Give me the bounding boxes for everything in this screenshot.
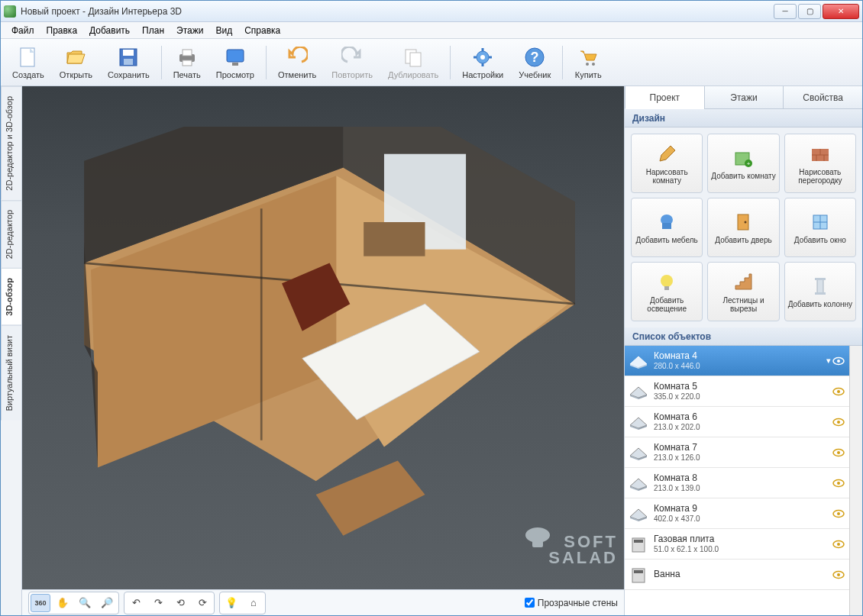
object-row[interactable]: Комната 9402.0 x 437.0 (625, 498, 849, 529)
tile-add-window[interactable]: Добавить окно (784, 198, 856, 257)
undo-icon (285, 45, 309, 69)
help-button[interactable]: ? Учебник (512, 43, 558, 82)
svg-rect-35 (532, 540, 543, 547)
visibility-eye-icon[interactable] (832, 477, 845, 489)
tab-2d-3d[interactable]: 2D-редактор и 3D-обзор (1, 86, 21, 200)
visibility-eye-icon[interactable] (832, 508, 845, 520)
3d-canvas[interactable]: SOFT SALAD (22, 86, 624, 589)
tab-3d-view[interactable]: 3D-обзор (1, 268, 21, 325)
tool-rotate-right[interactable]: ↷ (148, 594, 168, 612)
visibility-eye-icon[interactable] (832, 447, 845, 459)
object-row[interactable]: Комната 5335.0 x 220.0 (625, 376, 849, 407)
open-button[interactable]: Открыть (53, 43, 99, 82)
settings-button[interactable]: Настройки (455, 43, 510, 82)
stairs-icon (732, 271, 755, 294)
box-icon (628, 411, 649, 433)
watermark: SOFT SALAD (519, 524, 618, 566)
object-name: Комната 7 (654, 442, 828, 453)
svg-rect-91 (634, 570, 643, 573)
svg-point-70 (837, 421, 840, 424)
object-row[interactable]: Комната 7213.0 x 126.0 (625, 437, 849, 468)
menubar: Файл Правка Добавить План Этажи Вид Спра… (1, 22, 862, 39)
svg-rect-3 (124, 59, 133, 65)
object-row[interactable]: Комната 8213.0 x 139.0 (625, 468, 849, 498)
undo-button[interactable]: Отменить (271, 43, 323, 82)
tab-project[interactable]: Проект (625, 86, 704, 109)
tool-home[interactable]: ⌂ (244, 594, 263, 612)
svg-point-93 (837, 573, 840, 576)
menu-add[interactable]: Добавить (83, 24, 136, 37)
tile-add-room[interactable]: +Добавить комнату (707, 134, 779, 193)
tool-360[interactable]: 360 (31, 594, 50, 612)
tile-add-furniture[interactable]: Добавить мебель (631, 198, 703, 257)
room-plus-icon: + (732, 147, 755, 169)
box-icon (628, 503, 649, 524)
tab-floors[interactable]: Этажи (704, 86, 784, 109)
scrollbar[interactable] (849, 346, 862, 615)
tool-light[interactable]: 💡 (221, 594, 241, 612)
save-button[interactable]: Сохранить (101, 43, 157, 82)
new-button[interactable]: Создать (5, 43, 51, 82)
menu-view[interactable]: Вид (209, 24, 238, 37)
tool-pan[interactable]: ✋ (53, 594, 73, 612)
transparent-walls-checkbox[interactable] (525, 598, 535, 608)
object-row[interactable]: Комната 4280.0 x 446.0▾ (625, 346, 849, 376)
object-dimensions: 213.0 x 126.0 (654, 453, 828, 463)
box-icon (628, 442, 649, 463)
duplicate-button[interactable]: Дублировать (381, 43, 445, 82)
objects-header: Список объектов (625, 327, 862, 346)
menu-edit[interactable]: Правка (40, 24, 84, 37)
tool-tilt-down[interactable]: ⟳ (192, 594, 212, 612)
tile-add-door[interactable]: Добавить дверь (707, 198, 779, 257)
tool-zoom-in[interactable]: 🔍 (75, 594, 95, 612)
svg-point-75 (837, 451, 840, 454)
tile-draw-partition[interactable]: Нарисовать перегородку (784, 134, 856, 193)
object-row[interactable]: Комната 6213.0 x 202.0 (625, 407, 849, 437)
tile-add-column[interactable]: Добавить колонну (784, 262, 856, 321)
visibility-eye-icon[interactable] (832, 355, 845, 367)
svg-point-60 (837, 360, 840, 363)
tile-add-lighting[interactable]: Добавить освещение (631, 262, 703, 321)
redo-button[interactable]: Повторить (325, 43, 380, 82)
design-header: Дизайн (625, 109, 862, 127)
menu-help[interactable]: Справка (238, 24, 286, 37)
buy-button[interactable]: Купить (567, 43, 609, 82)
tool-zoom-out[interactable]: 🔎 (97, 594, 117, 612)
separator (161, 46, 162, 79)
box-icon (628, 534, 649, 555)
preview-button[interactable]: Просмотр (209, 43, 261, 82)
menu-floors[interactable]: Этажи (170, 24, 209, 37)
object-name: Комната 9 (654, 503, 828, 514)
svg-point-65 (837, 390, 840, 393)
tab-virtual-visit[interactable]: Виртуальный визит (1, 325, 21, 421)
window-icon (809, 211, 832, 234)
view-tabs: 2D-редактор и 3D-обзор 2D-редактор 3D-об… (1, 86, 22, 615)
svg-rect-7 (227, 50, 244, 62)
svg-point-89 (837, 543, 840, 546)
app-window: Новый проект - Дизайн Интерьера 3D ─ ▢ ✕… (0, 0, 863, 616)
close-button[interactable]: ✕ (823, 4, 859, 19)
tile-draw-room[interactable]: Нарисовать комнату (631, 134, 703, 193)
visibility-eye-icon[interactable] (832, 569, 845, 581)
object-name: Комната 5 (654, 381, 828, 392)
minimize-button[interactable]: ─ (774, 4, 797, 19)
visibility-eye-icon[interactable] (832, 538, 845, 550)
tool-rotate-left[interactable]: ↶ (126, 594, 146, 612)
menu-file[interactable]: Файл (5, 24, 40, 37)
object-row[interactable]: Ванна (625, 560, 849, 590)
svg-rect-54 (815, 278, 826, 280)
tab-2d-editor[interactable]: 2D-редактор (1, 200, 21, 268)
print-button[interactable]: Печать (166, 43, 208, 82)
tile-stairs[interactable]: Лестницы и вырезы (707, 262, 779, 321)
object-row[interactable]: Газовая плита51.0 x 62.1 x 100.0 (625, 529, 849, 560)
menu-plan[interactable]: План (136, 24, 170, 37)
visibility-eye-icon[interactable] (832, 416, 845, 428)
svg-point-47 (745, 221, 747, 224)
svg-rect-87 (634, 540, 643, 543)
canvas-toolbar: 360 ✋ 🔍 🔎 ↶ ↷ ⟲ ⟳ 💡 ⌂ Прозрачные (22, 589, 624, 615)
maximize-button[interactable]: ▢ (798, 4, 821, 19)
window-title: Новый проект - Дизайн Интерьера 3D (21, 6, 772, 17)
tool-tilt-up[interactable]: ⟲ (170, 594, 190, 612)
tab-properties[interactable]: Свойства (783, 86, 862, 109)
visibility-eye-icon[interactable] (832, 385, 845, 398)
